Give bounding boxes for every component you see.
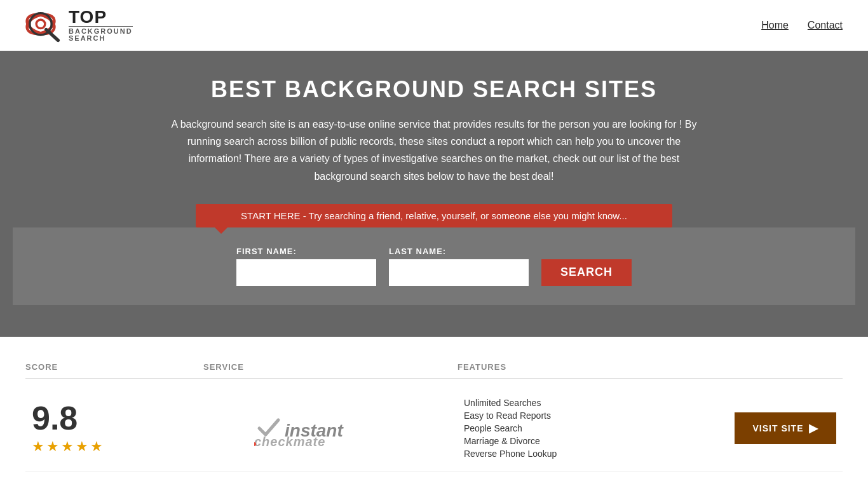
- table-row: 9.8 ★ ★ ★ ★ ★ instant checkmate: [25, 385, 843, 472]
- logo-icon: [25, 8, 64, 43]
- hero-description: A background search site is an easy-to-u…: [167, 116, 701, 185]
- nav-home[interactable]: Home: [761, 20, 789, 31]
- banner-text: START HERE - Try searching a friend, rel…: [241, 210, 627, 221]
- star-5-half: ★: [90, 438, 103, 455]
- hero-section: BEST BACKGROUND SEARCH SITES A backgroun…: [0, 51, 868, 337]
- hero-heading: BEST BACKGROUND SEARCH SITES: [13, 76, 855, 103]
- search-form: FIRST NAME: LAST NAME: SEARCH: [13, 227, 855, 305]
- nav-contact[interactable]: Contact: [808, 20, 843, 31]
- first-name-input[interactable]: [236, 259, 376, 286]
- checkmate-logo-svg: instant checkmate: [254, 409, 407, 447]
- star-3: ★: [61, 438, 74, 455]
- last-name-label: LAST NAME:: [389, 247, 446, 256]
- visit-arrow-icon-1: ▶: [809, 421, 818, 435]
- score-number-2: 9.4: [32, 485, 78, 488]
- feature-1-5: Reverse Phone Lookup: [464, 449, 735, 459]
- table-header-row: SCORE SERVICE FEATURES: [25, 356, 843, 379]
- visit-btn-label-1: VISIT SITE: [752, 423, 803, 433]
- last-name-input[interactable]: [389, 259, 529, 286]
- feature-1-2: Easy to Read Reports: [464, 410, 735, 421]
- visit-site-button-1[interactable]: VISIT SITE ▶: [735, 412, 836, 444]
- svg-point-3: [37, 21, 44, 27]
- logo-text: TOP BACKGROUNDSEARCH: [69, 8, 133, 42]
- col-features: FEATURES: [458, 362, 843, 372]
- results-table: SCORE SERVICE FEATURES 9.8 ★ ★ ★ ★ ★ ins…: [0, 337, 868, 488]
- main-nav: Home Contact: [761, 20, 843, 31]
- star-2: ★: [46, 438, 59, 455]
- logo-sub-text: BACKGROUNDSEARCH: [69, 26, 133, 42]
- score-cell-1: 9.8 ★ ★ ★ ★ ★: [25, 402, 203, 455]
- last-name-group: LAST NAME:: [389, 247, 529, 286]
- stars-1: ★ ★ ★ ★ ★: [32, 438, 103, 455]
- score-number-1: 9.8: [32, 402, 78, 435]
- logo-top-text: TOP: [69, 8, 133, 26]
- svg-text:checkmate: checkmate: [254, 435, 325, 447]
- star-1: ★: [32, 438, 44, 455]
- star-4: ★: [76, 438, 88, 455]
- first-name-label: FIRST NAME:: [236, 247, 297, 256]
- feature-1-1: Unlimited Searches: [464, 398, 735, 408]
- features-cell-1: Unlimited Searches Easy to Read Reports …: [458, 398, 735, 459]
- search-button[interactable]: SEARCH: [541, 259, 632, 286]
- col-score: SCORE: [25, 362, 203, 372]
- col-service: SERVICE: [203, 362, 458, 372]
- page-header: TOP BACKGROUNDSEARCH Home Contact: [0, 0, 868, 51]
- feature-1-4: Marriage & Divorce: [464, 436, 735, 446]
- logo-area: TOP BACKGROUNDSEARCH: [25, 8, 133, 43]
- feature-1-3: People Search: [464, 423, 735, 433]
- first-name-group: FIRST NAME:: [236, 247, 376, 286]
- service-cell-1: instant checkmate: [203, 409, 458, 447]
- score-cell-2: 9.4 ★ ★ ★ ★ ★: [25, 485, 203, 488]
- visit-cell-1: VISIT SITE ▶: [735, 412, 843, 444]
- table-row: 9.4 ★ ★ ★ ★ ★ PeopleLooker Accurate and …: [25, 472, 843, 488]
- search-banner: START HERE - Try searching a friend, rel…: [196, 204, 672, 227]
